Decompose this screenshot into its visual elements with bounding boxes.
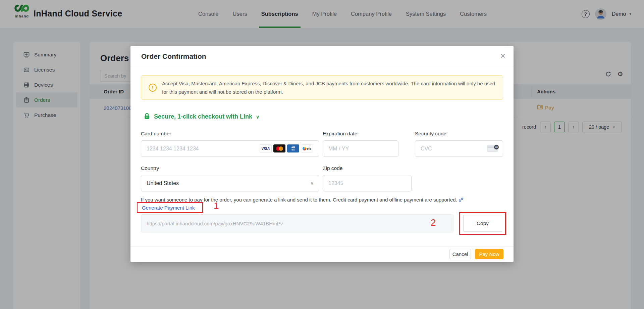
- secure-checkout-label: Secure, 1-click checkout with Link: [154, 113, 252, 120]
- chevron-down-icon: ∨: [310, 181, 314, 186]
- zip-code-label: Zip code: [323, 165, 342, 171]
- modal-footer: Cancel Pay Now: [130, 246, 514, 262]
- annotation-step-2: 2: [431, 217, 436, 228]
- lock-icon: [144, 113, 150, 121]
- card-brand-icons: VISA AMEX elo: [260, 144, 313, 152]
- expiration-input[interactable]: [323, 140, 398, 157]
- zip-code-input[interactable]: [323, 175, 412, 191]
- alert-text: Accept Visa, Mastercard, American Expres…: [162, 79, 503, 96]
- modal-title: Order Confirmation: [141, 52, 206, 60]
- copy-button[interactable]: Copy: [463, 215, 502, 232]
- card-number-label: Card number: [141, 131, 171, 137]
- close-icon[interactable]: ×: [500, 51, 505, 60]
- warning-exclamation-icon: !: [149, 84, 157, 92]
- modal-header: Order Confirmation: [130, 46, 514, 67]
- visa-icon: VISA: [260, 144, 272, 152]
- expiration-label: Expiration date: [323, 131, 357, 137]
- payment-link-field[interactable]: https://portal.inhandcloud.com/pay/goxHN…: [141, 214, 453, 232]
- pay-now-button[interactable]: Pay Now: [475, 249, 503, 259]
- payment-warning-alert: ! Accept Visa, Mastercard, American Expr…: [141, 75, 503, 100]
- payment-link-url: https://portal.inhandcloud.com/pay/goxHN…: [147, 221, 283, 226]
- generate-payment-link[interactable]: Generate Payment Link: [142, 205, 195, 211]
- link-icon: [459, 197, 464, 202]
- amex-icon: AMEX: [287, 144, 299, 152]
- chevron-down-icon: ∨: [256, 114, 259, 120]
- secure-checkout-toggle[interactable]: Secure, 1-click checkout with Link ∨: [144, 113, 259, 121]
- generate-link-highlight-box: Generate Payment Link: [137, 202, 203, 213]
- copy-highlight-box: Copy: [459, 212, 506, 235]
- mastercard-icon: [273, 144, 285, 152]
- security-code-label: Security code: [415, 131, 446, 137]
- elo-icon: elo: [301, 144, 313, 152]
- country-value: United States: [147, 180, 179, 186]
- order-confirmation-modal: Order Confirmation × ! Accept Visa, Mast…: [130, 46, 514, 262]
- svg-text:123: 123: [495, 146, 498, 148]
- payment-link-help-text: If you want someone to pay for the order…: [141, 197, 505, 203]
- country-label: Country: [141, 165, 159, 171]
- country-select[interactable]: United States ∨: [141, 175, 319, 191]
- annotation-step-1: 1: [214, 201, 219, 211]
- cancel-button[interactable]: Cancel: [449, 249, 471, 259]
- cvc-card-icon: 123: [487, 144, 499, 154]
